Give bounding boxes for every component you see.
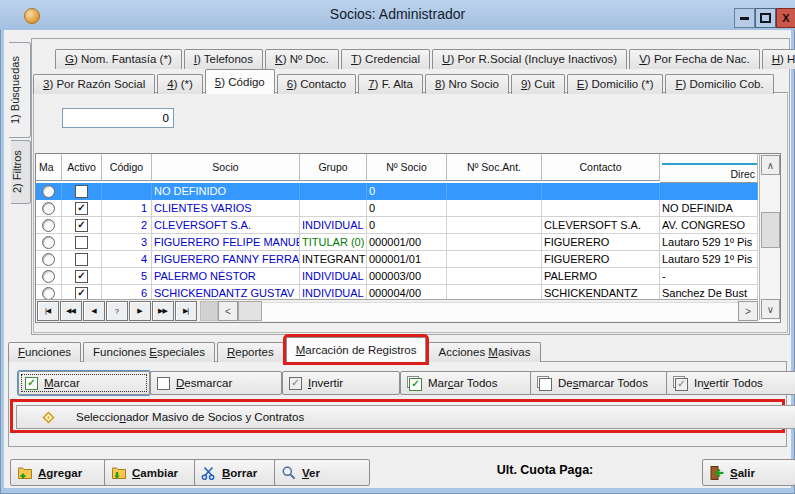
tab-reportes[interactable]: Reportes [217, 342, 284, 362]
row-marca-radio[interactable] [42, 219, 55, 232]
tab-9-cuit[interactable]: 9) Cuit [511, 74, 565, 94]
row-marca-radio[interactable] [42, 202, 55, 215]
row-marca-radio[interactable] [42, 270, 55, 283]
grid-row-palermo-n-stor[interactable]: ✓5PALERMO NÉSTORINDIVIDUAL000003/00PALER… [36, 268, 780, 285]
column-header-direc[interactable]: Direc [660, 154, 758, 183]
column-header-contacto[interactable]: Contacto [542, 154, 660, 181]
scroll-left-icon[interactable]: < [218, 301, 238, 321]
row-marca-radio[interactable] [42, 185, 55, 198]
cambiar-button[interactable]: Cambiar [104, 459, 200, 486]
cell-direccion: AV. CONGRESO [660, 217, 758, 234]
agregar-button[interactable]: Agregar [10, 459, 112, 486]
tab-6-contacto[interactable]: 6) Contacto [277, 74, 356, 94]
cell-marca [36, 183, 62, 200]
sidetab-busquedas[interactable]: 1) Búsquedas [9, 42, 31, 138]
row-activo-checkbox[interactable] [75, 236, 88, 249]
titlebar[interactable]: Socios: Administrador X [0, 0, 795, 30]
cell-marca [36, 234, 62, 251]
tab-u-por-r-social-incluye-inactivos[interactable]: U) Por R.Social (Incluye Inactivos) [432, 49, 627, 69]
nav-forward-button[interactable]: ▶▶ [152, 301, 174, 321]
tab-v-por-fecha-de-nac[interactable]: V) Por Fecha de Nac. [629, 49, 760, 69]
checkbox-checked-icon: ✓ [409, 378, 422, 391]
invertir-button[interactable]: ✓Invertir [282, 371, 400, 395]
folder-plus-icon [17, 465, 33, 481]
cell-direccion: Lautaro 529 1º Pis [660, 234, 758, 251]
row-marca-radio[interactable] [42, 236, 55, 249]
tab-marcaci-n-de-registros[interactable]: Marcación de Registros [286, 337, 427, 362]
row-activo-checkbox[interactable]: ✓ [75, 219, 88, 232]
cell-nro-soc-ant [447, 268, 542, 285]
grid-row-figuerero-fanny-ferra[interactable]: 4FIGUERERO FANNY FERRAINTEGRANT000001/01… [36, 251, 780, 268]
cell-nro-socio: 000001/00 [367, 234, 447, 251]
row-activo-checkbox[interactable]: ✓ [75, 287, 88, 300]
borrar-button[interactable]: Borrar [194, 459, 280, 486]
app-window: Socios: Administrador X 1) Búsquedas 2) … [0, 0, 795, 494]
tab-g-nom-fantas-a[interactable]: G) Nom. Fantasía (*) [55, 49, 182, 69]
scroll-right-icon[interactable]: > [738, 301, 758, 321]
grid-row-no-definido[interactable]: NO DEFINIDO0 [36, 183, 780, 200]
restore-button[interactable] [755, 8, 776, 28]
tab-acciones-masivas[interactable]: Acciones Masivas [428, 342, 540, 362]
marcar-button[interactable]: ✓Marcar [18, 371, 150, 395]
row-activo-checkbox[interactable]: ✓ [75, 270, 88, 283]
grid-row-clientes-varios[interactable]: ✓1CLIENTES VARIOS0NO DEFINIDA [36, 200, 780, 217]
invertir-todos-button[interactable]: ✓Invertir Todos [666, 371, 795, 395]
tab-t-credencial[interactable]: T) Credencial [341, 49, 430, 69]
column-header-n-soc-ant[interactable]: Nº Soc.Ant. [447, 154, 542, 181]
tab-3-por-raz-n-social[interactable]: 3) Por Razón Social [33, 74, 155, 94]
column-header-c-digo[interactable]: Código [102, 154, 152, 181]
tab-funciones-especiales[interactable]: Funciones Especiales [83, 342, 215, 362]
horizontal-scroll-track[interactable] [262, 302, 738, 321]
tab-k-n-doc[interactable]: K) Nº Doc. [265, 49, 339, 69]
tab-4[interactable]: 4) (*) [157, 74, 203, 94]
tab-5-c-digo[interactable]: 5) Código [205, 69, 275, 94]
cell-socio: FIGUERERO FANNY FERRA [152, 251, 300, 268]
row-activo-checkbox[interactable]: ✓ [75, 202, 88, 215]
column-header-activo[interactable]: Activo [62, 154, 102, 181]
desmarcar-todos-button[interactable]: Desmarcar Todos [530, 371, 672, 395]
nav-prior-button[interactable]: ◀ [83, 301, 105, 321]
row-marca-radio[interactable] [42, 287, 55, 300]
nav-next-button[interactable]: ▶ [129, 301, 151, 321]
column-header-n-socio[interactable]: Nº Socio [367, 154, 447, 181]
tab-f-domicilio-cob[interactable]: F) Domicilio Cob. [665, 74, 773, 94]
scissors-icon [201, 465, 217, 481]
grid-row-figuerero-felipe-manue[interactable]: 3FIGUERERO FELIPE MANUETITULAR (0)000001… [36, 234, 780, 251]
seleccionador-masivo-button[interactable]: Seleccionador Masivo de Socios y Contrat… [16, 405, 795, 429]
tab-i-telefonos[interactable]: I) Telefonos [184, 49, 263, 69]
vertical-scrollbar[interactable]: ∧ ∨ [759, 154, 780, 320]
vertical-scroll-thumb[interactable] [761, 212, 780, 248]
cell-codigo [102, 183, 152, 200]
nav-last-button[interactable]: ▶| [175, 301, 197, 321]
cell-grupo [300, 183, 367, 200]
scroll-up-icon[interactable]: ∧ [761, 155, 780, 175]
salir-button[interactable]: Salir [702, 459, 795, 486]
sidetab-filtros[interactable]: 2) Filtros [11, 140, 31, 204]
tab-7-f-alta[interactable]: 7) F. Alta [358, 74, 423, 94]
row-activo-checkbox[interactable] [75, 253, 88, 266]
grid-row-cleversoft-s-a[interactable]: ✓2CLEVERSOFT S.A.INDIVIDUAL0CLEVERSOFT S… [36, 217, 780, 234]
marcar-todos-button[interactable]: ✓Marcar Todos [400, 371, 536, 395]
row-marca-radio[interactable] [42, 253, 55, 266]
desmarcar-button[interactable]: Desmarcar [150, 371, 282, 395]
tab-8-nro-socio[interactable]: 8) Nro Socio [425, 74, 509, 94]
column-header-socio[interactable]: Socio [152, 154, 300, 181]
nav-first-button[interactable]: |◀ [37, 301, 59, 321]
tab-e-domicilio[interactable]: E) Domicilio (*) [567, 74, 664, 94]
cell-contacto [542, 183, 660, 200]
column-resize-line [662, 163, 757, 165]
tab-h-huella-dactilar[interactable]: H) Huella Dactilar [762, 49, 795, 69]
close-button[interactable]: X [776, 8, 795, 28]
column-header-ma[interactable]: Ma [36, 154, 62, 181]
row-activo-checkbox[interactable] [75, 185, 88, 198]
nav-rewind-button[interactable]: ◀◀ [60, 301, 82, 321]
ver-button[interactable]: Ver [274, 459, 370, 486]
button-label: Cambiar [132, 467, 178, 479]
nav-search-button[interactable]: ? [106, 301, 128, 321]
scroll-down-icon[interactable]: ∨ [761, 299, 780, 319]
horizontal-scroll-thumb[interactable] [238, 301, 262, 321]
column-header-grupo[interactable]: Grupo [300, 154, 367, 181]
minimize-button[interactable] [734, 8, 755, 28]
tab-funciones[interactable]: Funciones [8, 342, 81, 362]
code-search-input[interactable] [62, 108, 174, 128]
